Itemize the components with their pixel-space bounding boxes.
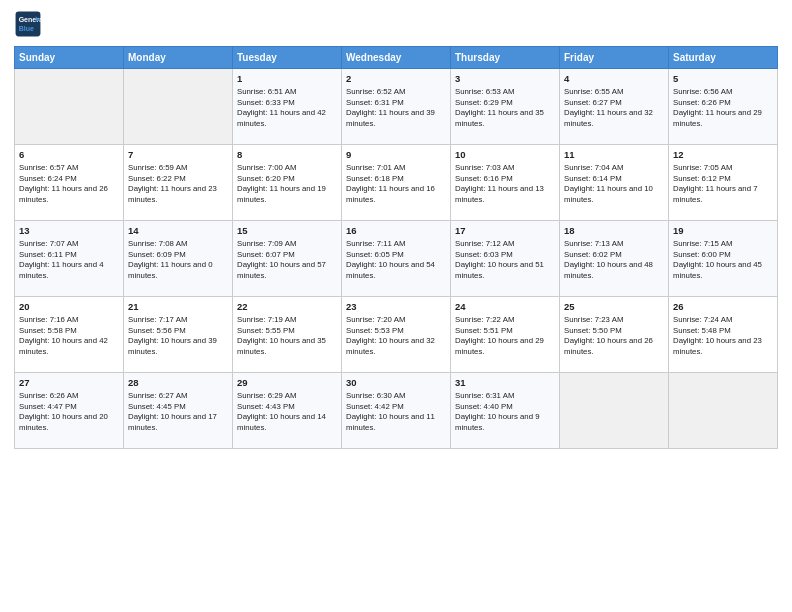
calendar-table: SundayMondayTuesdayWednesdayThursdayFrid… (14, 46, 778, 449)
day-detail: Sunrise: 6:29 AM Sunset: 4:43 PM Dayligh… (237, 391, 326, 432)
calendar-cell: 13Sunrise: 7:07 AM Sunset: 6:11 PM Dayli… (15, 221, 124, 297)
calendar-cell: 6Sunrise: 6:57 AM Sunset: 6:24 PM Daylig… (15, 145, 124, 221)
calendar-body: 1Sunrise: 6:51 AM Sunset: 6:33 PM Daylig… (15, 69, 778, 449)
calendar-cell (124, 69, 233, 145)
day-number: 31 (455, 377, 555, 390)
calendar-cell: 28Sunrise: 6:27 AM Sunset: 4:45 PM Dayli… (124, 373, 233, 449)
day-detail: Sunrise: 7:01 AM Sunset: 6:18 PM Dayligh… (346, 163, 435, 204)
calendar-cell: 16Sunrise: 7:11 AM Sunset: 6:05 PM Dayli… (342, 221, 451, 297)
day-number: 19 (673, 225, 773, 238)
page: General Blue SundayMondayTuesdayWednesda… (0, 0, 792, 612)
day-detail: Sunrise: 7:12 AM Sunset: 6:03 PM Dayligh… (455, 239, 544, 280)
day-detail: Sunrise: 7:23 AM Sunset: 5:50 PM Dayligh… (564, 315, 653, 356)
day-number: 9 (346, 149, 446, 162)
day-detail: Sunrise: 7:16 AM Sunset: 5:58 PM Dayligh… (19, 315, 108, 356)
day-detail: Sunrise: 7:13 AM Sunset: 6:02 PM Dayligh… (564, 239, 653, 280)
day-number: 30 (346, 377, 446, 390)
dow-header-saturday: Saturday (669, 47, 778, 69)
day-detail: Sunrise: 6:57 AM Sunset: 6:24 PM Dayligh… (19, 163, 108, 204)
day-detail: Sunrise: 7:17 AM Sunset: 5:56 PM Dayligh… (128, 315, 217, 356)
calendar-cell: 4Sunrise: 6:55 AM Sunset: 6:27 PM Daylig… (560, 69, 669, 145)
calendar-cell: 3Sunrise: 6:53 AM Sunset: 6:29 PM Daylig… (451, 69, 560, 145)
calendar-cell: 31Sunrise: 6:31 AM Sunset: 4:40 PM Dayli… (451, 373, 560, 449)
calendar-cell: 24Sunrise: 7:22 AM Sunset: 5:51 PM Dayli… (451, 297, 560, 373)
logo-icon: General Blue (14, 10, 42, 38)
calendar-cell: 27Sunrise: 6:26 AM Sunset: 4:47 PM Dayli… (15, 373, 124, 449)
calendar-cell: 22Sunrise: 7:19 AM Sunset: 5:55 PM Dayli… (233, 297, 342, 373)
week-row-5: 27Sunrise: 6:26 AM Sunset: 4:47 PM Dayli… (15, 373, 778, 449)
calendar-cell: 8Sunrise: 7:00 AM Sunset: 6:20 PM Daylig… (233, 145, 342, 221)
day-number: 13 (19, 225, 119, 238)
day-detail: Sunrise: 6:27 AM Sunset: 4:45 PM Dayligh… (128, 391, 217, 432)
week-row-1: 1Sunrise: 6:51 AM Sunset: 6:33 PM Daylig… (15, 69, 778, 145)
dow-header-friday: Friday (560, 47, 669, 69)
calendar-cell: 23Sunrise: 7:20 AM Sunset: 5:53 PM Dayli… (342, 297, 451, 373)
day-number: 23 (346, 301, 446, 314)
day-detail: Sunrise: 7:07 AM Sunset: 6:11 PM Dayligh… (19, 239, 104, 280)
day-detail: Sunrise: 6:51 AM Sunset: 6:33 PM Dayligh… (237, 87, 326, 128)
day-number: 5 (673, 73, 773, 86)
day-number: 29 (237, 377, 337, 390)
day-number: 12 (673, 149, 773, 162)
calendar-cell: 18Sunrise: 7:13 AM Sunset: 6:02 PM Dayli… (560, 221, 669, 297)
calendar-cell: 1Sunrise: 6:51 AM Sunset: 6:33 PM Daylig… (233, 69, 342, 145)
calendar-cell: 10Sunrise: 7:03 AM Sunset: 6:16 PM Dayli… (451, 145, 560, 221)
day-number: 14 (128, 225, 228, 238)
day-number: 24 (455, 301, 555, 314)
header: General Blue (14, 10, 778, 38)
calendar-cell: 20Sunrise: 7:16 AM Sunset: 5:58 PM Dayli… (15, 297, 124, 373)
calendar-cell: 30Sunrise: 6:30 AM Sunset: 4:42 PM Dayli… (342, 373, 451, 449)
day-detail: Sunrise: 7:04 AM Sunset: 6:14 PM Dayligh… (564, 163, 653, 204)
calendar-cell: 5Sunrise: 6:56 AM Sunset: 6:26 PM Daylig… (669, 69, 778, 145)
day-detail: Sunrise: 7:03 AM Sunset: 6:16 PM Dayligh… (455, 163, 544, 204)
day-detail: Sunrise: 7:19 AM Sunset: 5:55 PM Dayligh… (237, 315, 326, 356)
dow-header-sunday: Sunday (15, 47, 124, 69)
day-number: 18 (564, 225, 664, 238)
day-detail: Sunrise: 7:05 AM Sunset: 6:12 PM Dayligh… (673, 163, 758, 204)
day-number: 10 (455, 149, 555, 162)
day-number: 6 (19, 149, 119, 162)
calendar-cell: 26Sunrise: 7:24 AM Sunset: 5:48 PM Dayli… (669, 297, 778, 373)
day-number: 22 (237, 301, 337, 314)
calendar-cell (669, 373, 778, 449)
day-number: 8 (237, 149, 337, 162)
dow-header-monday: Monday (124, 47, 233, 69)
calendar-cell: 11Sunrise: 7:04 AM Sunset: 6:14 PM Dayli… (560, 145, 669, 221)
day-number: 20 (19, 301, 119, 314)
calendar-cell: 9Sunrise: 7:01 AM Sunset: 6:18 PM Daylig… (342, 145, 451, 221)
day-detail: Sunrise: 7:15 AM Sunset: 6:00 PM Dayligh… (673, 239, 762, 280)
calendar-cell (560, 373, 669, 449)
calendar-cell: 7Sunrise: 6:59 AM Sunset: 6:22 PM Daylig… (124, 145, 233, 221)
day-number: 4 (564, 73, 664, 86)
calendar-cell: 2Sunrise: 6:52 AM Sunset: 6:31 PM Daylig… (342, 69, 451, 145)
week-row-3: 13Sunrise: 7:07 AM Sunset: 6:11 PM Dayli… (15, 221, 778, 297)
calendar-cell: 21Sunrise: 7:17 AM Sunset: 5:56 PM Dayli… (124, 297, 233, 373)
day-detail: Sunrise: 6:31 AM Sunset: 4:40 PM Dayligh… (455, 391, 540, 432)
day-number: 1 (237, 73, 337, 86)
day-detail: Sunrise: 7:08 AM Sunset: 6:09 PM Dayligh… (128, 239, 213, 280)
week-row-2: 6Sunrise: 6:57 AM Sunset: 6:24 PM Daylig… (15, 145, 778, 221)
day-number: 26 (673, 301, 773, 314)
day-number: 16 (346, 225, 446, 238)
dow-header-wednesday: Wednesday (342, 47, 451, 69)
day-detail: Sunrise: 6:52 AM Sunset: 6:31 PM Dayligh… (346, 87, 435, 128)
day-number: 2 (346, 73, 446, 86)
day-detail: Sunrise: 7:11 AM Sunset: 6:05 PM Dayligh… (346, 239, 435, 280)
day-detail: Sunrise: 6:56 AM Sunset: 6:26 PM Dayligh… (673, 87, 762, 128)
day-number: 27 (19, 377, 119, 390)
logo: General Blue (14, 10, 42, 38)
day-detail: Sunrise: 6:26 AM Sunset: 4:47 PM Dayligh… (19, 391, 108, 432)
day-detail: Sunrise: 6:55 AM Sunset: 6:27 PM Dayligh… (564, 87, 653, 128)
dow-header-thursday: Thursday (451, 47, 560, 69)
day-detail: Sunrise: 7:00 AM Sunset: 6:20 PM Dayligh… (237, 163, 326, 204)
day-number: 28 (128, 377, 228, 390)
day-detail: Sunrise: 7:20 AM Sunset: 5:53 PM Dayligh… (346, 315, 435, 356)
dow-header-tuesday: Tuesday (233, 47, 342, 69)
week-row-4: 20Sunrise: 7:16 AM Sunset: 5:58 PM Dayli… (15, 297, 778, 373)
calendar-cell: 14Sunrise: 7:08 AM Sunset: 6:09 PM Dayli… (124, 221, 233, 297)
day-detail: Sunrise: 6:30 AM Sunset: 4:42 PM Dayligh… (346, 391, 435, 432)
day-number: 25 (564, 301, 664, 314)
day-number: 11 (564, 149, 664, 162)
calendar-cell: 12Sunrise: 7:05 AM Sunset: 6:12 PM Dayli… (669, 145, 778, 221)
day-number: 15 (237, 225, 337, 238)
